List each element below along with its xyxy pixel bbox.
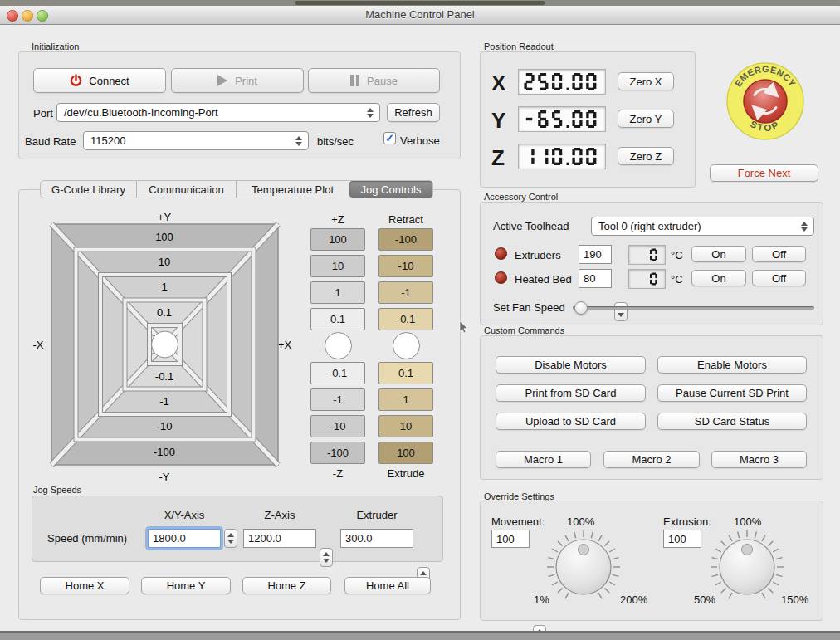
zero-y-button[interactable]: Zero Y — [618, 110, 674, 128]
xy-speed-input[interactable]: 1800.0 — [148, 529, 221, 548]
jog-z-button[interactable]: 1 — [310, 281, 365, 304]
jog-step-label[interactable]: -100 — [154, 446, 175, 458]
initialization-section-label: Initialization — [32, 42, 79, 51]
z-speed-input[interactable]: 1200.0 — [243, 529, 316, 548]
zero-x-button[interactable]: Zero X — [618, 72, 674, 90]
jog-step-label[interactable]: 0.1 — [157, 306, 172, 319]
heated-bed-off-button[interactable]: Off — [752, 270, 806, 286]
macro-1-button[interactable]: Macro 1 — [496, 451, 591, 468]
extrusion-input[interactable]: 100 — [663, 530, 701, 548]
mouse-cursor — [459, 321, 469, 335]
sd-card-status-button[interactable]: SD Card Status — [657, 413, 807, 430]
pause-current-sd-print-button[interactable]: Pause Current SD Print — [657, 384, 807, 402]
home-all-button[interactable]: Home All — [344, 577, 431, 594]
jog-pad-plus-x-label: +X — [278, 339, 292, 351]
macro-2-button[interactable]: Macro 2 — [603, 451, 700, 468]
jog-z-zero-button[interactable] — [325, 332, 352, 359]
movement-label: Movement: — [491, 515, 545, 528]
xy-speed-value: 1800.0 — [153, 532, 186, 545]
verbose-checkbox[interactable]: ✓ — [383, 132, 396, 144]
print-button[interactable]: Print — [171, 68, 304, 93]
tab-gcode-library[interactable]: G-Code Library — [41, 181, 137, 198]
disable-motors-button[interactable]: Disable Motors — [496, 356, 646, 374]
macro-2-label: Macro 2 — [632, 453, 672, 466]
jog-z-button[interactable]: 10 — [310, 255, 365, 277]
home-x-label: Home X — [66, 579, 105, 592]
jog-z-button[interactable]: -10 — [310, 415, 365, 437]
jog-step-label[interactable]: -10 — [157, 420, 173, 432]
home-z-button[interactable]: Home Z — [242, 577, 331, 594]
pause-button[interactable]: Pause — [308, 68, 440, 93]
home-x-button[interactable]: Home X — [40, 577, 129, 594]
jog-pad-plus-y-label: +Y — [158, 211, 172, 223]
extruders-off-label: Off — [772, 248, 786, 261]
movement-input[interactable]: 100 — [491, 530, 530, 548]
extruders-on-button[interactable]: On — [691, 246, 746, 262]
extruders-setpoint-stepper[interactable] — [614, 302, 628, 321]
fan-speed-slider-thumb[interactable] — [574, 301, 588, 315]
extrude-button[interactable]: 0.1 — [378, 362, 433, 384]
jog-step-label[interactable]: 100 — [155, 231, 173, 243]
active-toolhead-dropdown[interactable]: Tool 0 (right extruder) — [591, 217, 814, 236]
tab-communication[interactable]: Communication — [137, 181, 237, 198]
movement-knob[interactable] — [542, 525, 625, 608]
port-dropdown-value: /dev/cu.Bluetooth-Incoming-Port — [64, 106, 218, 119]
jog-z-button[interactable]: -1 — [310, 388, 365, 411]
xy-jog-pad[interactable]: +Y -Y -X +X 100 10 1 0.1 -0.1 -1 -10 -10… — [30, 208, 292, 483]
macro-3-button[interactable]: Macro 3 — [711, 451, 807, 468]
print-from-sd-card-label: Print from SD Card — [525, 387, 617, 399]
connect-button[interactable]: Connect — [33, 68, 166, 93]
print-from-sd-card-button[interactable]: Print from SD Card — [496, 384, 646, 402]
refresh-button-label: Refresh — [394, 106, 432, 119]
retract-column-top-label: Retract — [378, 213, 433, 226]
baud-rate-dropdown[interactable]: 115200 — [83, 131, 309, 150]
jog-pad-center-button[interactable] — [152, 331, 178, 358]
zero-z-button[interactable]: Zero Z — [618, 147, 674, 165]
tab-temperature-plot[interactable]: Temperature Plot — [237, 181, 349, 198]
retract-button[interactable]: -1 — [378, 281, 433, 304]
jog-step-label[interactable]: 10 — [159, 256, 170, 268]
upload-to-sd-card-button[interactable]: Upload to SD Card — [496, 413, 646, 430]
jog-step-label[interactable]: -0.1 — [155, 370, 173, 383]
heated-bed-setpoint-input[interactable]: 80 — [579, 269, 612, 288]
extruders-off-button[interactable]: Off — [752, 246, 806, 262]
jog-z-button[interactable]: 100 — [310, 228, 365, 251]
emergency-stop-button[interactable]: EMERGENCY STOP — [725, 61, 805, 141]
home-y-button[interactable]: Home Y — [141, 577, 231, 594]
sd-card-status-label: SD Card Status — [695, 415, 769, 427]
z-axis-header: Z-Axis — [243, 509, 316, 521]
port-dropdown[interactable]: /dev/cu.Bluetooth-Incoming-Port — [56, 103, 380, 122]
extrude-button[interactable]: 1 — [378, 388, 433, 411]
refresh-button[interactable]: Refresh — [387, 103, 440, 122]
extruder-zero-button[interactable] — [393, 332, 420, 359]
background-window-clipped-text — [295, 1, 545, 5]
heated-bed-status-indicator — [495, 271, 507, 284]
extruder-speed-value: 300.0 — [345, 532, 373, 545]
retract-button[interactable]: -10 — [378, 255, 433, 277]
jog-z-button[interactable]: -100 — [310, 442, 365, 464]
tab-jog-controls[interactable]: Jog Controls — [349, 181, 432, 198]
jog-step-label[interactable]: 1 — [161, 281, 167, 293]
jog-z-button[interactable]: 0.1 — [310, 308, 365, 330]
check-icon: ✓ — [385, 132, 394, 144]
x-position-digits — [519, 70, 605, 94]
extrude-button[interactable]: 10 — [378, 415, 433, 437]
heated-bed-on-button[interactable]: On — [691, 270, 746, 286]
force-next-button[interactable]: Force Next — [710, 164, 818, 182]
pause-current-sd-print-label: Pause Current SD Print — [676, 387, 789, 399]
extrude-button[interactable]: 100 — [378, 442, 433, 464]
home-z-label: Home Z — [267, 579, 305, 592]
jog-z-button[interactable]: -0.1 — [310, 362, 365, 384]
xy-speed-stepper[interactable] — [224, 529, 237, 548]
z-speed-stepper[interactable] — [320, 548, 333, 567]
extruders-setpoint-input[interactable]: 190 — [579, 245, 612, 264]
extruder-speed-input[interactable]: 300.0 — [340, 529, 413, 548]
set-fan-speed-label: Set Fan Speed — [493, 301, 565, 314]
retract-button[interactable]: -100 — [378, 228, 433, 251]
extrusion-knob[interactable] — [706, 525, 789, 608]
fan-speed-slider-track[interactable] — [573, 306, 814, 310]
enable-motors-button[interactable]: Enable Motors — [657, 356, 807, 374]
emergency-red-button[interactable] — [744, 80, 787, 123]
jog-step-label[interactable]: -1 — [159, 395, 169, 408]
retract-button[interactable]: -0.1 — [378, 308, 433, 330]
